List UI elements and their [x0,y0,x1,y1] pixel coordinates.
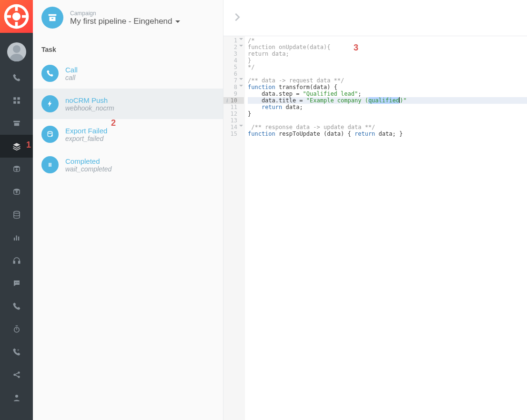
svg-rect-15 [17,282,18,283]
rail-database-icon[interactable] [0,203,33,226]
svg-point-8 [14,211,20,214]
task-list: CallcallnoCRM Pushwebhook_nocrmExport Fa… [33,58,223,180]
svg-point-1 [14,14,20,20]
code-header [223,0,527,36]
svg-point-20 [18,372,20,373]
rail-stopwatch-icon[interactable] [0,318,33,340]
task-wait_completed[interactable]: Completedwait_completed [33,150,223,180]
run-arrow-icon[interactable] [232,12,243,24]
task-panel: Campaign My first pipeline - Eingehend T… [33,0,223,420]
rail-chat-icon[interactable] [0,272,33,295]
svg-rect-14 [15,282,16,283]
task-title: noCRM Push [65,96,114,104]
svg-rect-11 [18,237,19,240]
section-title: Task [33,35,223,58]
avatar[interactable] [7,42,26,61]
svg-rect-9 [14,238,15,240]
svg-point-24 [48,131,52,133]
rail-share-icon[interactable] [0,363,33,386]
task-sub: call [65,74,78,81]
svg-rect-2 [13,97,16,100]
svg-rect-16 [18,282,19,283]
svg-rect-23 [51,18,53,19]
svg-rect-13 [18,261,20,264]
svg-point-22 [15,395,18,398]
task-sub: webhook_nocrm [65,104,114,112]
rail-user-icon[interactable] [0,386,33,409]
task-sub: wait_completed [65,165,111,173]
task-export_failed[interactable]: Export Failedexport_failed [33,119,223,150]
svg-point-6 [14,166,20,168]
svg-rect-26 [51,163,51,167]
editor-gutter: 123456789101112131415 [223,36,245,420]
rail-archive-icon[interactable] [0,112,33,135]
task-sub: export_failed [65,135,107,142]
rail-barchart-icon[interactable] [0,226,33,249]
svg-rect-5 [17,101,20,104]
rail-phone2-icon[interactable] [0,295,33,318]
svg-rect-4 [13,101,16,104]
svg-point-7 [14,189,20,191]
campaign-name: My first pipeline - Eingehend [70,17,172,26]
svg-text:#: # [17,349,19,351]
app-logo[interactable] [0,0,33,33]
campaign-label: Campaign [70,10,96,17]
svg-rect-25 [49,163,50,167]
rail-redial-icon[interactable]: # [0,340,33,363]
rail-dbout-icon[interactable] [0,180,33,203]
task-webhook_nocrm[interactable]: noCRM Pushwebhook_nocrm [33,89,223,119]
code-panel: 123456789101112131415 /*function onUpdat… [223,0,527,420]
svg-rect-10 [16,236,17,241]
task-title: Completed [65,157,111,165]
archive-icon [41,7,63,29]
bolt-icon [41,95,59,112]
svg-point-19 [14,374,15,376]
svg-rect-3 [17,97,20,100]
editor-body[interactable]: /*function onUpdate(data){return data;}*… [245,36,527,420]
task-title: Export Failed [65,127,107,135]
rail-phone-icon[interactable] [0,66,33,89]
rail-grid-icon[interactable] [0,89,33,112]
rail-headphones-icon[interactable] [0,249,33,272]
rail-dbin-icon[interactable] [0,158,33,180]
task-call[interactable]: Callcall [33,58,223,89]
phone-icon [41,65,59,82]
task-title: Call [65,66,78,74]
rail-stack-icon[interactable] [0,135,33,158]
export-icon [41,126,59,143]
campaign-header: Campaign My first pipeline - Eingehend [33,0,223,35]
svg-point-21 [18,376,20,378]
nav-rail: # [0,0,33,420]
pause-icon [41,156,59,173]
campaign-selector[interactable]: My first pipeline - Eingehend [70,17,180,26]
code-editor[interactable]: 123456789101112131415 /*function onUpdat… [223,36,527,420]
caret-down-icon [175,20,180,25]
svg-rect-12 [13,261,15,264]
